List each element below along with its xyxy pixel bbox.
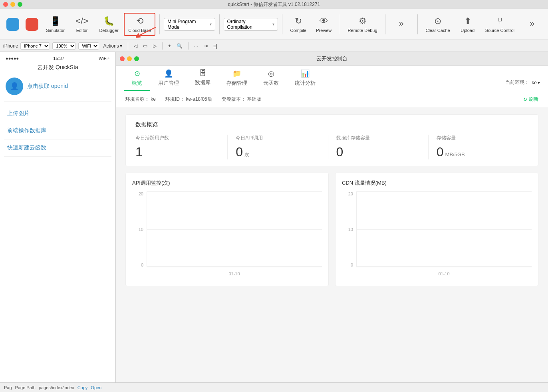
refresh-button[interactable]: ↻ 刷新 — [523, 96, 538, 103]
cloud-max-button[interactable] — [134, 56, 139, 61]
stat-active-users-value: 1 — [135, 145, 219, 159]
debugger-label: Debugger — [99, 28, 118, 33]
maximize-button[interactable] — [18, 2, 22, 7]
window-controls — [3, 2, 22, 7]
sim-menu-upload[interactable]: 上传图片 — [4, 105, 111, 122]
storage-icon: 📁 — [232, 69, 241, 78]
tab-stats[interactable]: 📊 统计分析 — [287, 66, 324, 91]
clear-cache-toolbar-item[interactable]: ⊙ Clear Cache — [421, 14, 454, 35]
cdn-chart-title: CDN 流量情况(MB) — [342, 179, 532, 187]
minimize-button[interactable] — [10, 2, 15, 7]
ordinary-compilation-dropdown[interactable]: Ordinary Compilation ▾ — [224, 18, 278, 31]
cloudbase-toolbar-item[interactable]: ⟲ Cloud Base — [124, 13, 155, 36]
api-chart-plot — [147, 191, 322, 267]
stats-card: 数据概览 今日活跃用户数 1 今日API调用 0 — [125, 114, 538, 166]
cdn-chart-y-labels: 20 10 0 — [342, 191, 353, 267]
env-label: 当前环境： — [505, 79, 529, 86]
editor-toolbar-item[interactable]: </> Editor — [70, 14, 94, 35]
zoom-select[interactable]: 100% — [52, 42, 76, 50]
tab-overview[interactable]: ⊙ 概览 — [124, 66, 150, 91]
add-page-button[interactable]: + — [167, 42, 173, 50]
format-icon: ≡| — [213, 43, 217, 49]
cdn-chart-card: CDN 流量情况(MB) 20 10 0 — [335, 173, 538, 286]
clear-cache-icon: ⊙ — [434, 16, 441, 26]
search-button[interactable]: 🔍 — [175, 42, 184, 50]
simulator-icon-item[interactable] — [4, 16, 22, 32]
remote-debug-toolbar-item[interactable]: ⚙ Remote Debug — [344, 14, 381, 35]
close-button[interactable] — [3, 2, 8, 7]
sim-menu-database[interactable]: 前端操作数据库 — [4, 122, 111, 139]
mini-program-mode-dropdown[interactable]: Mini Program Mode ▾ — [164, 18, 215, 31]
remote-debug-icon: ⚙ — [359, 16, 367, 26]
toolbar-sep1 — [159, 14, 160, 34]
tab-storage[interactable]: 📁 存储管理 — [218, 66, 255, 91]
preview-toolbar-item[interactable]: 👁 Preview — [312, 14, 336, 35]
cdn-y-min: 0 — [342, 263, 353, 267]
compile-toolbar-item[interactable]: ↻ Compile — [286, 14, 310, 35]
normal-view-button[interactable]: ▭ — [141, 42, 149, 50]
more-toolbar-item[interactable]: » — [389, 16, 413, 33]
tab-functions[interactable]: ◎ 云函数 — [255, 66, 287, 91]
env-bar: 环境名称： ke 环境ID： ke-a18f05后 套餐版本： 基础版 ↻ 刷新 — [116, 91, 548, 108]
more-sub-button[interactable]: ··· — [193, 42, 200, 50]
actions-label: Actions — [103, 43, 119, 49]
cloud-close-button[interactable] — [120, 56, 125, 61]
simulator-app-icon2[interactable] — [23, 16, 41, 32]
main-area: ●●●●● 15:37 WiFi≈ 云开发 QuickSta 👤 点击获取 op… — [0, 52, 548, 382]
format-button[interactable]: ≡| — [212, 42, 219, 50]
toolbar-sep5 — [385, 14, 385, 34]
cdn-chart-area: 20 10 0 01-10 — [342, 191, 532, 279]
stats-card-title: 数据概览 — [135, 121, 528, 128]
rotate-left-button[interactable]: ◁ — [132, 42, 139, 50]
simulator-icon: 📱 — [50, 16, 61, 26]
debugger-toolbar-item[interactable]: 🐛 Debugger — [95, 14, 122, 35]
rotate-right-button[interactable]: ▷ — [151, 42, 158, 50]
toolbar-sep3 — [282, 14, 282, 34]
indent-icon: ⇥ — [204, 43, 208, 49]
plan-label: 套餐版本： 基础版 — [222, 96, 261, 103]
device-model-select[interactable]: iPhone 7 — [20, 42, 50, 50]
iphone-label: iPhone — [3, 43, 18, 49]
app-title: quickStart - 微信开发者工具 v1.02.1812271 — [228, 1, 320, 8]
actions-dropdown[interactable]: Actions ▾ — [101, 42, 123, 50]
cloud-content: 环境名称： ke 环境ID： ke-a18f05后 套餐版本： 基础版 ↻ 刷新 — [116, 91, 548, 382]
source-control-toolbar-item[interactable]: ⑂ Source Control — [481, 14, 518, 35]
cloud-panel: 云开发控制台 ⊙ 概览 👤 用户管理 🗄 数据库 — [116, 52, 548, 382]
tab-database[interactable]: 🗄 数据库 — [187, 66, 218, 91]
copy-link[interactable]: Copy — [77, 385, 88, 390]
mini-program-mode-label: Mini Program Mode — [167, 19, 208, 30]
sim-menu-function[interactable]: 快速新建云函数 — [4, 139, 111, 157]
indent-button[interactable]: ⇥ — [202, 42, 209, 50]
env-dropdown[interactable]: ke ▾ — [532, 80, 540, 86]
preview-icon: 👁 — [320, 16, 328, 26]
remote-debug-label: Remote Debug — [348, 28, 377, 33]
stat-active-users-label: 今日活跃用户数 — [135, 135, 219, 141]
api-y-min: 0 — [132, 263, 143, 267]
charts-row: API调用监控(次) 20 10 0 — [125, 173, 538, 286]
cloud-min-button[interactable] — [127, 56, 132, 61]
cloudbase-icon: ⟲ — [136, 16, 143, 26]
stat-api-calls-value: 0 次 — [236, 145, 320, 159]
simulator-toolbar-item[interactable]: 📱 Simulator — [42, 14, 68, 35]
upload-toolbar-item[interactable]: ⬆ Upload — [456, 14, 480, 35]
env-id-value: ke-a18f05后 — [186, 96, 212, 102]
cloud-window: 云开发控制台 ⊙ 概览 👤 用户管理 🗄 数据库 — [116, 52, 548, 382]
tab-functions-label: 云函数 — [263, 80, 279, 87]
get-openid-link[interactable]: 点击获取 openid — [27, 83, 68, 90]
more-right-toolbar-item[interactable]: » — [520, 16, 544, 33]
source-control-icon: ⑂ — [497, 16, 502, 26]
open-link[interactable]: Open — [91, 385, 101, 390]
compile-label: Compile — [290, 28, 306, 33]
editor-icon: </> — [75, 16, 88, 26]
stat-db-storage-value: 0 — [336, 145, 420, 159]
plan-value: 基础版 — [247, 96, 261, 102]
toolbar-sep2 — [219, 14, 220, 34]
api-chart-y-labels: 20 10 0 — [132, 191, 143, 267]
rotate-right-icon: ▷ — [153, 43, 157, 49]
stat-db-storage-label: 数据库存储容量 — [336, 135, 420, 141]
api-y-max: 20 — [132, 191, 143, 196]
add-icon: + — [168, 43, 171, 49]
tab-users[interactable]: 👤 用户管理 — [150, 66, 187, 91]
network-select[interactable]: WiFi — [78, 42, 99, 50]
api-chart-area: 20 10 0 01-10 — [132, 191, 322, 279]
